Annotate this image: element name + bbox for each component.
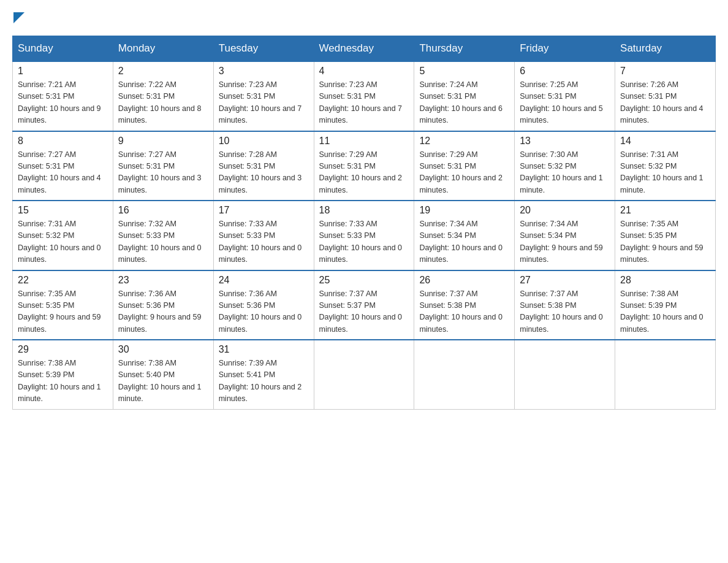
- col-header-sunday: Sunday: [13, 36, 113, 62]
- calendar-day-cell: 28 Sunrise: 7:38 AMSunset: 5:39 PMDaylig…: [615, 270, 716, 340]
- day-number: 20: [520, 205, 610, 216]
- day-info: Sunrise: 7:33 AMSunset: 5:33 PMDaylight:…: [319, 218, 409, 266]
- day-info: Sunrise: 7:38 AMSunset: 5:39 PMDaylight:…: [620, 288, 710, 336]
- calendar-day-cell: 17 Sunrise: 7:33 AMSunset: 5:33 PMDaylig…: [213, 201, 314, 270]
- calendar-day-cell: 23 Sunrise: 7:36 AMSunset: 5:36 PMDaylig…: [113, 270, 213, 340]
- day-number: 22: [18, 275, 108, 286]
- day-info: Sunrise: 7:36 AMSunset: 5:36 PMDaylight:…: [118, 288, 208, 336]
- day-info: Sunrise: 7:38 AMSunset: 5:40 PMDaylight:…: [118, 358, 208, 405]
- calendar-day-cell: 15 Sunrise: 7:31 AMSunset: 5:32 PMDaylig…: [13, 201, 113, 270]
- day-info: Sunrise: 7:29 AMSunset: 5:31 PMDaylight:…: [419, 149, 509, 197]
- calendar-day-cell: 11 Sunrise: 7:29 AMSunset: 5:31 PMDaylig…: [314, 131, 414, 201]
- calendar-day-cell: 13 Sunrise: 7:30 AMSunset: 5:32 PMDaylig…: [515, 131, 615, 201]
- day-info: Sunrise: 7:35 AMSunset: 5:35 PMDaylight:…: [18, 288, 108, 336]
- day-info: Sunrise: 7:23 AMSunset: 5:31 PMDaylight:…: [319, 79, 409, 127]
- day-number: 26: [419, 275, 509, 286]
- calendar-day-cell: 6 Sunrise: 7:25 AMSunset: 5:31 PMDayligh…: [515, 61, 615, 131]
- svg-marker-0: [13, 12, 25, 23]
- calendar-day-cell: 24 Sunrise: 7:36 AMSunset: 5:36 PMDaylig…: [213, 270, 314, 340]
- day-info: Sunrise: 7:29 AMSunset: 5:31 PMDaylight:…: [319, 149, 409, 197]
- calendar-day-cell: 27 Sunrise: 7:37 AMSunset: 5:38 PMDaylig…: [515, 270, 615, 340]
- calendar-day-cell: [615, 340, 716, 409]
- calendar-day-cell: 31 Sunrise: 7:39 AMSunset: 5:41 PMDaylig…: [213, 340, 314, 409]
- day-info: Sunrise: 7:22 AMSunset: 5:31 PMDaylight:…: [118, 79, 208, 127]
- calendar-day-cell: [515, 340, 615, 409]
- calendar-day-cell: 25 Sunrise: 7:37 AMSunset: 5:37 PMDaylig…: [314, 270, 414, 340]
- calendar-day-cell: [314, 340, 414, 409]
- calendar-day-cell: 8 Sunrise: 7:27 AMSunset: 5:31 PMDayligh…: [13, 131, 113, 201]
- calendar-week-row: 1 Sunrise: 7:21 AMSunset: 5:31 PMDayligh…: [13, 61, 716, 131]
- day-info: Sunrise: 7:37 AMSunset: 5:38 PMDaylight:…: [520, 288, 610, 336]
- day-info: Sunrise: 7:31 AMSunset: 5:32 PMDaylight:…: [18, 218, 108, 266]
- calendar-table: SundayMondayTuesdayWednesdayThursdayFrid…: [12, 36, 716, 410]
- day-number: 8: [18, 136, 108, 147]
- calendar-day-cell: 10 Sunrise: 7:28 AMSunset: 5:31 PMDaylig…: [213, 131, 314, 201]
- day-info: Sunrise: 7:39 AMSunset: 5:41 PMDaylight:…: [219, 358, 309, 405]
- calendar-day-cell: 21 Sunrise: 7:35 AMSunset: 5:35 PMDaylig…: [615, 201, 716, 270]
- day-number: 12: [419, 136, 509, 147]
- col-header-saturday: Saturday: [615, 36, 716, 62]
- day-number: 2: [118, 66, 208, 77]
- day-info: Sunrise: 7:38 AMSunset: 5:39 PMDaylight:…: [18, 358, 108, 405]
- day-number: 1: [18, 66, 108, 77]
- calendar-day-cell: 4 Sunrise: 7:23 AMSunset: 5:31 PMDayligh…: [314, 61, 414, 131]
- calendar-day-cell: 30 Sunrise: 7:38 AMSunset: 5:40 PMDaylig…: [113, 340, 213, 409]
- calendar-day-cell: 19 Sunrise: 7:34 AMSunset: 5:34 PMDaylig…: [414, 201, 515, 270]
- day-number: 5: [419, 66, 509, 77]
- day-info: Sunrise: 7:30 AMSunset: 5:32 PMDaylight:…: [520, 149, 610, 197]
- logo-triangle-icon: [13, 12, 25, 23]
- day-number: 4: [319, 66, 409, 77]
- logo: [12, 12, 25, 23]
- day-number: 27: [520, 275, 610, 286]
- day-number: 9: [118, 136, 208, 147]
- day-info: Sunrise: 7:31 AMSunset: 5:32 PMDaylight:…: [620, 149, 710, 197]
- col-header-monday: Monday: [113, 36, 213, 62]
- day-number: 11: [319, 136, 409, 147]
- day-number: 17: [219, 205, 309, 216]
- day-number: 29: [18, 344, 108, 355]
- day-info: Sunrise: 7:32 AMSunset: 5:33 PMDaylight:…: [118, 218, 208, 266]
- calendar-day-cell: 3 Sunrise: 7:23 AMSunset: 5:31 PMDayligh…: [213, 61, 314, 131]
- day-number: 18: [319, 205, 409, 216]
- day-number: 15: [18, 205, 108, 216]
- calendar-day-cell: 12 Sunrise: 7:29 AMSunset: 5:31 PMDaylig…: [414, 131, 515, 201]
- day-info: Sunrise: 7:23 AMSunset: 5:31 PMDaylight:…: [219, 79, 309, 127]
- calendar-day-cell: 7 Sunrise: 7:26 AMSunset: 5:31 PMDayligh…: [615, 61, 716, 131]
- day-number: 14: [620, 136, 710, 147]
- day-number: 23: [118, 275, 208, 286]
- calendar-week-row: 29 Sunrise: 7:38 AMSunset: 5:39 PMDaylig…: [13, 340, 716, 409]
- day-info: Sunrise: 7:27 AMSunset: 5:31 PMDaylight:…: [118, 149, 208, 197]
- calendar-day-cell: 9 Sunrise: 7:27 AMSunset: 5:31 PMDayligh…: [113, 131, 213, 201]
- calendar-week-row: 15 Sunrise: 7:31 AMSunset: 5:32 PMDaylig…: [13, 201, 716, 270]
- calendar-day-cell: 2 Sunrise: 7:22 AMSunset: 5:31 PMDayligh…: [113, 61, 213, 131]
- day-number: 3: [219, 66, 309, 77]
- calendar-day-cell: 16 Sunrise: 7:32 AMSunset: 5:33 PMDaylig…: [113, 201, 213, 270]
- day-number: 10: [219, 136, 309, 147]
- col-header-tuesday: Tuesday: [213, 36, 314, 62]
- calendar-day-cell: 20 Sunrise: 7:34 AMSunset: 5:34 PMDaylig…: [515, 201, 615, 270]
- day-info: Sunrise: 7:27 AMSunset: 5:31 PMDaylight:…: [18, 149, 108, 197]
- col-header-wednesday: Wednesday: [314, 36, 414, 62]
- day-number: 13: [520, 136, 610, 147]
- calendar-day-cell: [414, 340, 515, 409]
- calendar-day-cell: 18 Sunrise: 7:33 AMSunset: 5:33 PMDaylig…: [314, 201, 414, 270]
- day-info: Sunrise: 7:25 AMSunset: 5:31 PMDaylight:…: [520, 79, 610, 127]
- day-number: 21: [620, 205, 710, 216]
- calendar-day-cell: 14 Sunrise: 7:31 AMSunset: 5:32 PMDaylig…: [615, 131, 716, 201]
- day-info: Sunrise: 7:24 AMSunset: 5:31 PMDaylight:…: [419, 79, 509, 127]
- day-info: Sunrise: 7:34 AMSunset: 5:34 PMDaylight:…: [520, 218, 610, 266]
- calendar-day-cell: 5 Sunrise: 7:24 AMSunset: 5:31 PMDayligh…: [414, 61, 515, 131]
- calendar-header-row: SundayMondayTuesdayWednesdayThursdayFrid…: [13, 36, 716, 62]
- calendar-day-cell: 29 Sunrise: 7:38 AMSunset: 5:39 PMDaylig…: [13, 340, 113, 409]
- day-number: 31: [219, 344, 309, 355]
- day-info: Sunrise: 7:26 AMSunset: 5:31 PMDaylight:…: [620, 79, 710, 127]
- day-number: 30: [118, 344, 208, 355]
- day-info: Sunrise: 7:33 AMSunset: 5:33 PMDaylight:…: [219, 218, 309, 266]
- calendar-week-row: 22 Sunrise: 7:35 AMSunset: 5:35 PMDaylig…: [13, 270, 716, 340]
- calendar-day-cell: 26 Sunrise: 7:37 AMSunset: 5:38 PMDaylig…: [414, 270, 515, 340]
- day-number: 16: [118, 205, 208, 216]
- day-number: 19: [419, 205, 509, 216]
- col-header-thursday: Thursday: [414, 36, 515, 62]
- day-number: 7: [620, 66, 710, 77]
- col-header-friday: Friday: [515, 36, 615, 62]
